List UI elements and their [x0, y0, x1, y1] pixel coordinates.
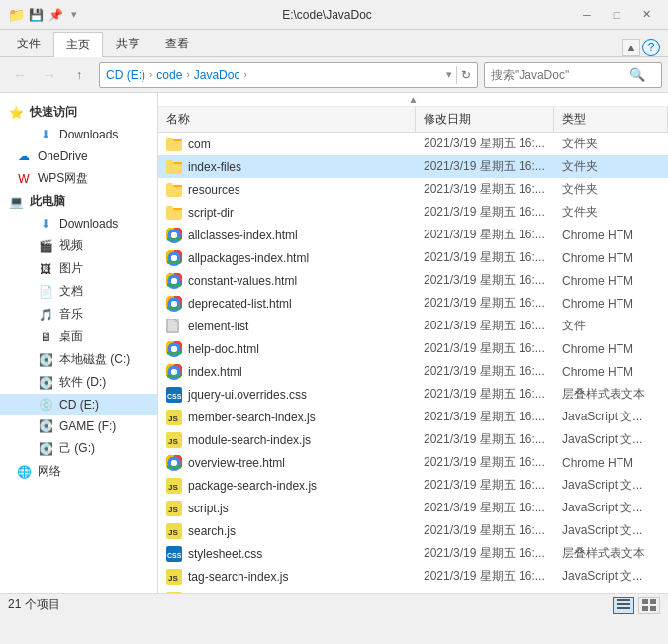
search-input[interactable]	[491, 68, 629, 82]
back-button[interactable]: ←	[6, 61, 34, 89]
svg-rect-44	[650, 599, 656, 604]
file-date: 2021/3/19 星期五 16:...	[416, 248, 554, 267]
drive-g-icon: 💽	[38, 441, 53, 457]
file-type: JavaScript 文...	[554, 521, 668, 540]
minimize-button[interactable]: ─	[573, 4, 601, 26]
file-type: JavaScript 文...	[554, 590, 668, 593]
table-row[interactable]: JS search.js 2021/3/19 星期五 16:... JavaSc…	[158, 519, 668, 542]
address-dropdown[interactable]: ▾	[446, 68, 452, 81]
tab-share[interactable]: 共享	[103, 31, 152, 56]
table-row[interactable]: element-list 2021/3/19 星期五 16:... 文件	[158, 315, 668, 337]
breadcrumb-javadoc: JavaDoc	[194, 68, 240, 82]
sidebar-item-downloads-qa[interactable]: ⬇ Downloads	[0, 124, 157, 145]
file-icon	[166, 137, 182, 152]
file-date: 2021/3/19 星期五 16:...	[416, 590, 554, 593]
file-type: 层叠样式表文本	[554, 385, 668, 404]
search-bar[interactable]: 🔍	[484, 62, 662, 88]
file-type: Chrome HTM	[554, 341, 668, 357]
tab-view[interactable]: 查看	[152, 31, 202, 56]
music-icon: 🎵	[38, 307, 53, 322]
table-row[interactable]: script-dir 2021/3/19 星期五 16:... 文件夹	[158, 201, 668, 224]
table-row[interactable]: JS type-search-index.js 2021/3/19 星期五 16…	[158, 588, 668, 593]
svg-rect-42	[617, 607, 630, 609]
table-row[interactable]: deprecated-list.html 2021/3/19 星期五 16:..…	[158, 292, 668, 315]
sidebar-section-quick-access[interactable]: ⭐ 快速访问	[0, 101, 157, 124]
table-row[interactable]: JS tag-search-index.js 2021/3/19 星期五 16:…	[158, 565, 668, 588]
sidebar-videos-label: 视频	[59, 237, 83, 254]
address-divider	[456, 66, 457, 84]
table-row[interactable]: JS script.js 2021/3/19 星期五 16:... JavaSc…	[158, 497, 668, 519]
tab-home[interactable]: 主页	[53, 32, 103, 57]
sidebar-item-wps[interactable]: W WPS网盘	[0, 167, 157, 190]
sidebar-drive-g-label: 己 (G:)	[59, 440, 95, 457]
search-icon: 🔍	[629, 67, 645, 82]
sidebar-item-drive-g[interactable]: 💽 己 (G:)	[0, 437, 157, 460]
table-row[interactable]: constant-values.html 2021/3/19 星期五 16:..…	[158, 269, 668, 292]
svg-rect-41	[617, 603, 630, 605]
sidebar-item-videos[interactable]: 🎬 视频	[0, 234, 157, 257]
file-icon: JS	[166, 523, 182, 539]
sidebar-item-desktop[interactable]: 🖥 桌面	[0, 325, 157, 348]
breadcrumb-sep3: ›	[243, 69, 246, 80]
maximize-button[interactable]: □	[603, 4, 630, 26]
drive-d-icon: 💽	[38, 375, 53, 391]
file-type: JavaScript 文...	[554, 567, 668, 586]
sidebar-item-music[interactable]: 🎵 音乐	[0, 303, 157, 325]
svg-rect-40	[617, 599, 630, 601]
table-row[interactable]: resources 2021/3/19 星期五 16:... 文件夹	[158, 178, 668, 201]
breadcrumb-cd: CD (E:)	[106, 68, 145, 82]
table-row[interactable]: CSS stylesheet.css 2021/3/19 星期五 16:... …	[158, 542, 668, 565]
table-row[interactable]: JS package-search-index.js 2021/3/19 星期五…	[158, 474, 668, 497]
table-row[interactable]: JS member-search-index.js 2021/3/19 星期五 …	[158, 406, 668, 428]
file-type: JavaScript 文...	[554, 408, 668, 426]
sidebar-item-downloads[interactable]: ⬇ Downloads	[0, 213, 157, 234]
file-date: 2021/3/19 星期五 16:...	[416, 453, 554, 472]
sidebar-item-pictures[interactable]: 🖼 图片	[0, 257, 157, 280]
tab-file[interactable]: 文件	[4, 31, 53, 56]
help-button[interactable]: ?	[642, 39, 660, 56]
sidebar-section-this-pc[interactable]: 💻 此电脑	[0, 190, 157, 213]
documents-icon: 📄	[38, 284, 53, 300]
table-row[interactable]: index-files 2021/3/19 星期五 16:... 文件夹	[158, 155, 668, 178]
sidebar-item-network[interactable]: 🌐 网络	[0, 460, 157, 483]
sidebar-item-drive-d[interactable]: 💽 软件 (D:)	[0, 371, 157, 394]
ribbon-collapse-button[interactable]: ▲	[622, 39, 640, 56]
sidebar-downloads-qa-label: Downloads	[59, 128, 118, 141]
svg-rect-38	[166, 592, 182, 594]
file-icon	[166, 228, 182, 243]
file-name: deprecated-list.html	[188, 297, 292, 311]
svg-point-15	[171, 346, 177, 352]
view-tiles-button[interactable]	[638, 597, 660, 614]
svg-point-18	[171, 369, 177, 375]
table-row[interactable]: allclasses-index.html 2021/3/19 星期五 16:.…	[158, 224, 668, 246]
sidebar-item-drive-f[interactable]: 💽 GAME (F:)	[0, 415, 157, 437]
header-date[interactable]: 修改日期	[416, 107, 554, 132]
sidebar-item-drive-c[interactable]: 💽 本地磁盘 (C:)	[0, 348, 157, 371]
header-name[interactable]: 名称	[158, 107, 416, 132]
table-row[interactable]: help-doc.html 2021/3/19 星期五 16:... Chrom…	[158, 337, 668, 360]
forward-button[interactable]: →	[36, 61, 63, 89]
sidebar-item-onedrive[interactable]: ☁ OneDrive	[0, 145, 157, 167]
view-details-button[interactable]	[613, 597, 634, 614]
sidebar-item-drive-e[interactable]: 💿 CD (E:)	[0, 394, 157, 415]
table-row[interactable]: allpackages-index.html 2021/3/19 星期五 16:…	[158, 246, 668, 269]
close-button[interactable]: ✕	[632, 4, 660, 26]
refresh-button[interactable]: ↻	[461, 68, 471, 82]
file-type: JavaScript 文...	[554, 430, 668, 449]
tiles-icon	[642, 599, 656, 611]
table-row[interactable]: overview-tree.html 2021/3/19 星期五 16:... …	[158, 451, 668, 474]
header-type[interactable]: 类型	[554, 107, 668, 132]
address-bar[interactable]: CD (E:) › code › JavaDoc › ▾ ↻	[99, 62, 478, 88]
table-row[interactable]: CSS jquery-ui.overrides.css 2021/3/19 星期…	[158, 383, 668, 406]
title-bar-icons: 📁 💾 📌 ▾	[8, 7, 81, 23]
table-row[interactable]: com 2021/3/19 星期五 16:... 文件夹	[158, 133, 668, 155]
status-right	[613, 597, 660, 614]
up-button[interactable]: ↑	[65, 61, 93, 89]
table-row[interactable]: index.html 2021/3/19 星期五 16:... Chrome H…	[158, 360, 668, 383]
sidebar-drive-f-label: GAME (F:)	[59, 419, 116, 433]
breadcrumb-sep1: ›	[149, 69, 152, 80]
table-row[interactable]: JS module-search-index.js 2021/3/19 星期五 …	[158, 428, 668, 451]
folder-icon: 📁	[8, 7, 24, 23]
svg-rect-45	[642, 606, 648, 611]
sidebar-item-documents[interactable]: 📄 文档	[0, 280, 157, 303]
